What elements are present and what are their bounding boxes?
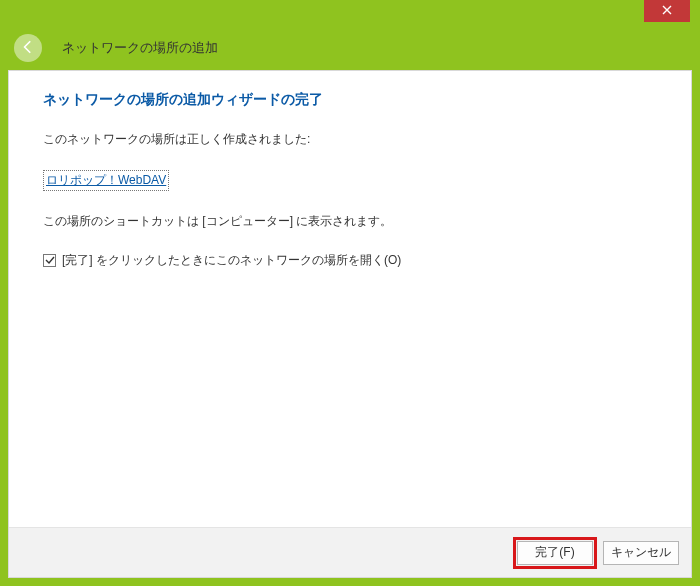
wizard-footer: 完了(F) キャンセル [9, 527, 691, 577]
wizard-heading: ネットワークの場所の追加ウィザードの完了 [43, 91, 657, 109]
titlebar: ネットワークの場所の追加 [0, 30, 700, 66]
arrow-left-icon [21, 40, 35, 57]
close-button[interactable] [644, 0, 690, 22]
finish-button[interactable]: 完了(F) [517, 541, 593, 565]
open-after-finish-row: [完了] をクリックしたときにこのネットワークの場所を開く(O) [43, 252, 657, 269]
check-icon [45, 254, 55, 268]
location-link[interactable]: ロリポップ！WebDAV [43, 170, 169, 191]
created-message: このネットワークの場所は正しく作成されました: [43, 131, 657, 148]
cancel-button[interactable]: キャンセル [603, 541, 679, 565]
window-title: ネットワークの場所の追加 [62, 39, 218, 57]
location-link-line: ロリポップ！WebDAV [43, 170, 657, 191]
wizard-window: ネットワークの場所の追加 ネットワークの場所の追加ウィザードの完了 このネットワ… [0, 0, 700, 586]
back-button[interactable] [14, 34, 42, 62]
content-panel: ネットワークの場所の追加ウィザードの完了 このネットワークの場所は正しく作成され… [8, 70, 692, 578]
content-body: ネットワークの場所の追加ウィザードの完了 このネットワークの場所は正しく作成され… [9, 71, 691, 527]
open-after-finish-label: [完了] をクリックしたときにこのネットワークの場所を開く(O) [62, 252, 401, 269]
open-after-finish-checkbox[interactable] [43, 254, 56, 267]
shortcut-message: この場所のショートカットは [コンピューター] に表示されます。 [43, 213, 657, 230]
close-icon [662, 4, 672, 18]
